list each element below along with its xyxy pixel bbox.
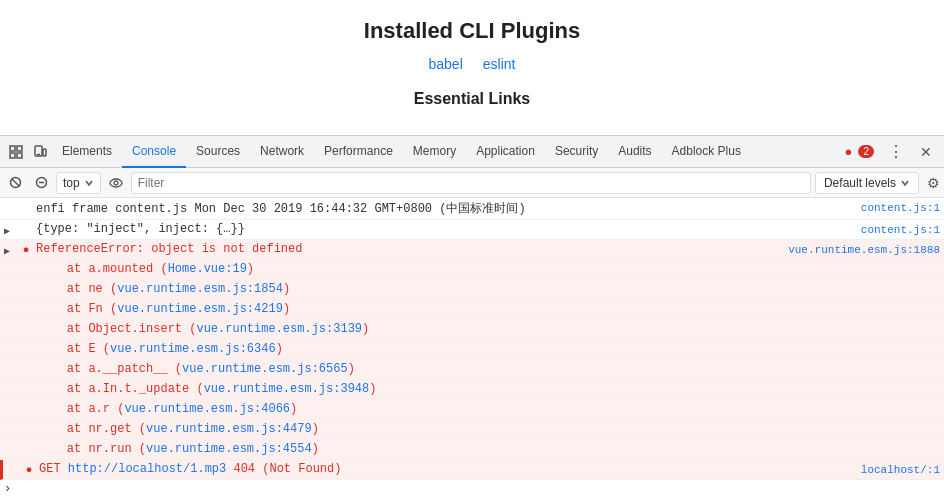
svg-line-8	[11, 179, 19, 187]
stack-frame: at Object.insert (vue.runtime.esm.js:313…	[0, 320, 944, 340]
tab-adblock[interactable]: Adblock Plus	[662, 136, 751, 168]
console-file[interactable]: localhost/:1	[820, 464, 940, 476]
tab-audits[interactable]: Audits	[608, 136, 661, 168]
stop-icon[interactable]	[4, 172, 26, 194]
console-get-error: ● GET http://localhost/1.mp3 404 (Not Fo…	[0, 460, 944, 480]
svg-rect-5	[43, 149, 46, 156]
stack-link[interactable]: vue.runtime.esm.js:1854	[117, 282, 283, 296]
svg-rect-3	[17, 153, 22, 158]
close-devtools-icon[interactable]: ✕	[912, 144, 940, 160]
tab-performance[interactable]: Performance	[314, 136, 403, 168]
device-icon[interactable]	[28, 140, 52, 164]
eye-icon[interactable]	[105, 172, 127, 194]
more-tabs-icon[interactable]: ⋮	[880, 142, 912, 161]
filter-input[interactable]	[131, 172, 811, 194]
error-count[interactable]: ● 2	[839, 144, 880, 159]
stack-frame: at nr.get (vue.runtime.esm.js:4479)	[0, 420, 944, 440]
expand-arrow[interactable]: ▶	[4, 225, 16, 237]
expand-arrow[interactable]: ▶	[4, 245, 16, 257]
error-url-link[interactable]: http://localhost/1.mp3	[68, 462, 226, 476]
tab-security[interactable]: Security	[545, 136, 608, 168]
stack-link[interactable]: vue.runtime.esm.js:6565	[182, 362, 348, 376]
stack-frame: at E (vue.runtime.esm.js:6346)	[0, 340, 944, 360]
tab-application[interactable]: Application	[466, 136, 545, 168]
stack-link[interactable]: Home.vue:19	[168, 262, 247, 276]
page-content: Installed CLI Plugins babel eslint Essen…	[0, 0, 944, 135]
error-icon: ●	[21, 464, 37, 476]
stack-frame: at nr.run (vue.runtime.esm.js:4554)	[0, 440, 944, 460]
console-error-line: ▶ ● ReferenceError: object is not define…	[0, 240, 944, 260]
svg-point-11	[110, 179, 122, 187]
console-file[interactable]: content.js:1	[820, 202, 940, 214]
error-text: ReferenceError: object is not defined	[36, 242, 786, 256]
svg-point-12	[114, 181, 118, 185]
inspect-icon[interactable]	[4, 140, 28, 164]
console-text: enfi frame content.js Mon Dec 30 2019 16…	[36, 200, 818, 217]
stack-link[interactable]: vue.runtime.esm.js:4219	[117, 302, 283, 316]
devtools-tabs: Elements Console Sources Network Perform…	[0, 136, 944, 168]
svg-rect-1	[17, 146, 22, 151]
stack-frame: at Fn (vue.runtime.esm.js:4219)	[0, 300, 944, 320]
page-links: babel eslint	[429, 56, 516, 72]
devtools-panel: Elements Console Sources Network Perform…	[0, 135, 944, 501]
tab-elements[interactable]: Elements	[52, 136, 122, 168]
tab-memory[interactable]: Memory	[403, 136, 466, 168]
stack-frame: at a.mounted (Home.vue:19)	[0, 260, 944, 280]
context-selector[interactable]: top	[56, 172, 101, 194]
prompt-chevron: ›	[4, 482, 11, 496]
console-file[interactable]: content.js:1	[820, 224, 940, 236]
stack-link[interactable]: vue.runtime.esm.js:4479	[146, 422, 312, 436]
console-line: enfi frame content.js Mon Dec 30 2019 16…	[0, 198, 944, 220]
tab-sources[interactable]: Sources	[186, 136, 250, 168]
tab-network[interactable]: Network	[250, 136, 314, 168]
essential-links-partial: Essential Links	[414, 90, 531, 108]
console-toolbar: top Default levels ⚙	[0, 168, 944, 198]
tab-console[interactable]: Console	[122, 136, 186, 168]
stack-frame: at a.In.t._update (vue.runtime.esm.js:39…	[0, 380, 944, 400]
stack-link[interactable]: vue.runtime.esm.js:4554	[146, 442, 312, 456]
settings-icon[interactable]: ⚙	[927, 175, 940, 191]
stack-frame: at a.r (vue.runtime.esm.js:4066)	[0, 400, 944, 420]
clear-icon[interactable]	[30, 172, 52, 194]
levels-select[interactable]: Default levels	[815, 172, 919, 194]
error-icon: ●	[18, 244, 34, 256]
svg-rect-0	[10, 146, 15, 151]
error-badge: 2	[858, 145, 874, 158]
babel-link[interactable]: babel	[429, 56, 463, 72]
stack-frame: at a.__patch__ (vue.runtime.esm.js:6565)	[0, 360, 944, 380]
console-text: {type: "inject", inject: {…}}	[36, 222, 818, 236]
stack-frame: at ne (vue.runtime.esm.js:1854)	[0, 280, 944, 300]
eslint-link[interactable]: eslint	[483, 56, 516, 72]
page-title: Installed CLI Plugins	[364, 18, 580, 44]
console-prompt: ›	[0, 480, 944, 498]
stack-link[interactable]: vue.runtime.esm.js:3139	[196, 322, 362, 336]
stack-link[interactable]: vue.runtime.esm.js:4066	[124, 402, 290, 416]
console-file[interactable]: vue.runtime.esm.js:1888	[788, 244, 940, 256]
console-line: ▶ {type: "inject", inject: {…}} content.…	[0, 220, 944, 240]
stack-link[interactable]: vue.runtime.esm.js:3948	[204, 382, 370, 396]
svg-rect-2	[10, 153, 15, 158]
console-output: enfi frame content.js Mon Dec 30 2019 16…	[0, 198, 944, 501]
get-error-text: GET http://localhost/1.mp3 404 (Not Foun…	[39, 462, 818, 476]
stack-link[interactable]: vue.runtime.esm.js:6346	[110, 342, 276, 356]
